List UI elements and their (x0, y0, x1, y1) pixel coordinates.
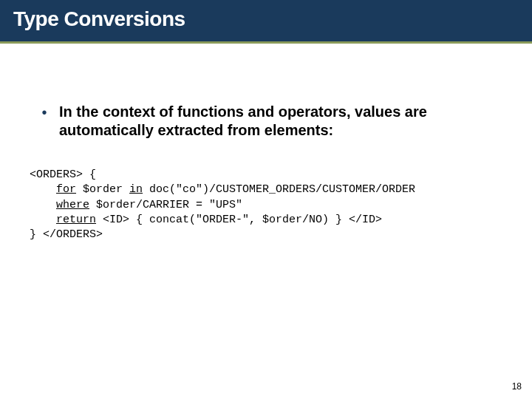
code-keyword-in: in (129, 183, 143, 196)
code-text: <ID> { concat("ORDER-", $order/NO) } </I… (96, 214, 382, 226)
slide-header: Type Conversions (0, 0, 532, 44)
code-block: <ORDERS> { for $order in doc("co")/CUSTO… (30, 168, 502, 242)
bullet-item: • In the context of functions and operat… (30, 103, 502, 140)
bullet-text: In the context of functions and operator… (59, 103, 502, 140)
code-keyword-where: where (56, 199, 89, 211)
code-line-1: <ORDERS> { (30, 168, 96, 181)
code-text: $order/CARRIER = "UPS" (89, 199, 242, 211)
code-keyword-for: for (56, 183, 76, 196)
code-text: doc("co")/CUSTOMER_ORDERS/CUSTOMER/ORDER (143, 183, 415, 196)
slide-title: Type Conversions (13, 7, 519, 31)
code-keyword-return: return (56, 214, 96, 226)
bullet-marker: • (30, 103, 59, 122)
code-text: $order (76, 183, 129, 196)
code-line-5: } </ORDERS> (30, 228, 103, 241)
page-number: 18 (512, 381, 522, 392)
slide-content: • In the context of functions and operat… (0, 44, 532, 242)
